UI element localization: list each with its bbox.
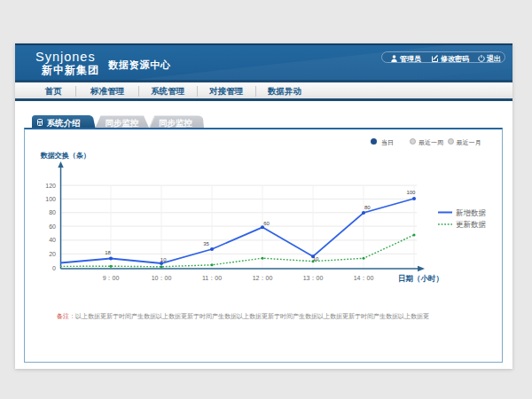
svg-text:20: 20	[49, 251, 56, 257]
svg-text:80: 80	[49, 209, 56, 215]
svg-text:60: 60	[49, 223, 56, 230]
svg-text:10：00: 10：00	[152, 275, 172, 281]
svg-text:数据交换（条）: 数据交换（条）	[40, 152, 90, 160]
svg-text:14：00: 14：00	[354, 275, 374, 281]
svg-text:18: 18	[105, 250, 111, 255]
svg-text:10: 10	[313, 256, 319, 262]
svg-text:更新数据: 更新数据	[456, 220, 487, 229]
svg-text:日期（小时）: 日期（小时）	[398, 274, 443, 283]
svg-text:120: 120	[45, 183, 56, 189]
svg-text:12：00: 12：00	[253, 275, 273, 281]
svg-text:100: 100	[45, 196, 56, 202]
svg-text:100: 100	[406, 190, 416, 195]
svg-text:0: 0	[52, 265, 56, 271]
svg-text:9：00: 9：00	[103, 275, 120, 281]
svg-text:80: 80	[364, 205, 371, 210]
svg-text:13：00: 13：00	[303, 275, 324, 281]
svg-text:10: 10	[160, 257, 167, 262]
svg-text:60: 60	[263, 221, 270, 226]
svg-text:40: 40	[49, 237, 56, 243]
svg-text:新增数据: 新增数据	[456, 208, 487, 217]
svg-text:11：00: 11：00	[202, 275, 222, 281]
svg-text:35: 35	[203, 241, 209, 246]
